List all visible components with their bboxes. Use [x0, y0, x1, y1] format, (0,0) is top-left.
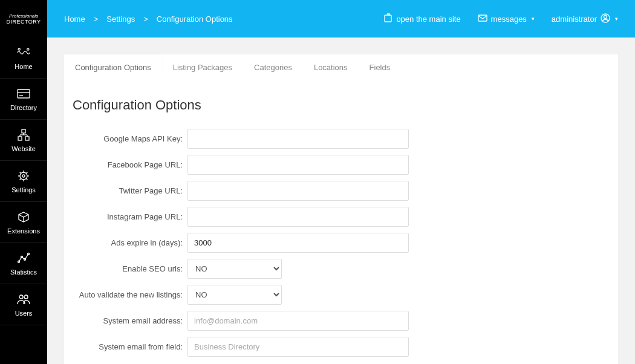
breadcrumb-current: Configuration Options [157, 15, 233, 24]
svg-rect-29 [385, 15, 391, 22]
google-maps-input[interactable] [187, 129, 409, 149]
user-avatar-icon [601, 13, 610, 25]
system-email-from-input[interactable] [187, 337, 409, 357]
content: Configuration Options Listing Packages C… [47, 37, 635, 364]
sidebar-item-label: Directory [10, 104, 37, 111]
svg-rect-6 [18, 137, 22, 140]
tab-categories[interactable]: Categories [243, 54, 303, 80]
form-row-twitter: Twitter Page URL: [73, 181, 610, 201]
logo-line1: Professionals [9, 13, 38, 19]
auto-validate-label: Auto validate the new listings: [73, 290, 187, 299]
form-card: Configuration Options Google Maps API Ke… [64, 80, 618, 364]
main: Home > Settings > Configuration Options … [47, 0, 635, 364]
breadcrumb-sep: > [94, 15, 99, 24]
breadcrumb-settings[interactable]: Settings [106, 15, 135, 24]
svg-line-19 [26, 178, 27, 180]
page-title: Configuration Options [73, 97, 610, 113]
svg-point-27 [19, 295, 23, 299]
svg-point-28 [24, 295, 28, 299]
google-maps-label: Google Maps API Key: [73, 134, 187, 143]
svg-rect-7 [25, 137, 29, 140]
svg-rect-5 [22, 129, 25, 133]
stats-icon [17, 252, 30, 265]
twitter-input[interactable] [187, 181, 409, 201]
mail-icon [478, 15, 487, 24]
svg-rect-30 [478, 15, 487, 21]
open-site-label: open the main site [396, 15, 460, 24]
users-icon [17, 293, 30, 306]
sidebar-item-statistics[interactable]: Statistics [0, 243, 47, 284]
sidebar-item-label: Website [11, 145, 36, 152]
messages-link[interactable]: messages ▾ [478, 15, 535, 24]
svg-line-18 [20, 172, 21, 173]
user-label: administrator [552, 15, 597, 24]
box-icon [17, 210, 30, 224]
form-row-google-maps: Google Maps API Key: [73, 129, 610, 149]
sidebar: Professionals DIRECTORY Home Directory W… [0, 0, 47, 364]
external-link-icon [383, 13, 392, 24]
form-row-system-email: System email address: [73, 311, 610, 331]
breadcrumb-sep: > [143, 15, 148, 24]
gear-icon [17, 169, 30, 183]
ads-expire-input[interactable] [187, 233, 409, 253]
instagram-label: Instagram Page URL: [73, 212, 187, 221]
tab-configuration-options[interactable]: Configuration Options [64, 54, 162, 80]
topbar: Home > Settings > Configuration Options … [47, 0, 635, 37]
sidebar-item-label: Home [15, 63, 32, 70]
topbar-right: open the main site messages ▾ administra… [383, 13, 618, 25]
svg-point-1 [27, 48, 29, 50]
sidebar-item-directory[interactable]: Directory [0, 79, 47, 120]
svg-rect-2 [18, 89, 30, 98]
website-icon [17, 128, 30, 141]
form-row-system-email-from: System email from field: [73, 337, 610, 357]
logo-line2: DIRECTORY [6, 19, 41, 25]
open-site-link[interactable]: open the main site [383, 13, 460, 24]
sidebar-item-label: Extensions [7, 227, 40, 235]
directory-icon [17, 87, 30, 100]
facebook-label: Facebook Page URL: [73, 160, 187, 169]
tabs: Configuration Options Listing Packages C… [64, 54, 618, 80]
form-row-instagram: Instagram Page URL: [73, 207, 610, 227]
breadcrumb-home[interactable]: Home [64, 15, 85, 24]
svg-line-21 [26, 172, 27, 173]
auto-validate-select[interactable]: NO [187, 285, 282, 305]
instagram-input[interactable] [187, 207, 409, 227]
seo-label: Enable SEO urls: [73, 264, 187, 273]
system-email-label: System email address: [73, 316, 187, 325]
chevron-down-icon: ▾ [532, 16, 535, 22]
tab-fields[interactable]: Fields [359, 54, 402, 80]
logo: Professionals DIRECTORY [0, 0, 47, 37]
sidebar-item-label: Statistics [10, 268, 37, 276]
sidebar-item-website[interactable]: Website [0, 120, 47, 161]
chevron-down-icon: ▾ [615, 16, 618, 22]
form-row-seo: Enable SEO urls: NO [73, 259, 610, 279]
svg-point-13 [22, 175, 25, 177]
user-menu[interactable]: administrator ▾ [552, 13, 618, 25]
svg-line-20 [20, 178, 21, 180]
seo-select[interactable]: NO [187, 259, 282, 279]
system-email-input[interactable] [187, 311, 409, 331]
sidebar-item-label: Settings [11, 186, 36, 193]
sidebar-item-extensions[interactable]: Extensions [0, 202, 47, 243]
svg-point-12 [20, 172, 27, 180]
home-icon [17, 46, 30, 59]
svg-point-32 [604, 15, 607, 18]
system-email-from-label: System email from field: [73, 342, 187, 351]
facebook-input[interactable] [187, 155, 409, 175]
tab-locations[interactable]: Locations [303, 54, 359, 80]
sidebar-item-users[interactable]: Users [0, 284, 47, 325]
tab-listing-packages[interactable]: Listing Packages [162, 54, 243, 80]
messages-label: messages [491, 15, 527, 24]
form-row-ads-expire: Ads expire in (days): [73, 233, 610, 253]
ads-expire-label: Ads expire in (days): [73, 238, 187, 247]
twitter-label: Twitter Page URL: [73, 186, 187, 195]
form-row-auto-validate: Auto validate the new listings: NO [73, 285, 610, 305]
sidebar-item-home[interactable]: Home [0, 37, 47, 79]
svg-point-0 [18, 48, 20, 50]
breadcrumb: Home > Settings > Configuration Options [64, 15, 233, 24]
sidebar-item-settings[interactable]: Settings [0, 161, 47, 202]
sidebar-item-label: Users [15, 310, 33, 317]
form-row-facebook: Facebook Page URL: [73, 155, 610, 175]
